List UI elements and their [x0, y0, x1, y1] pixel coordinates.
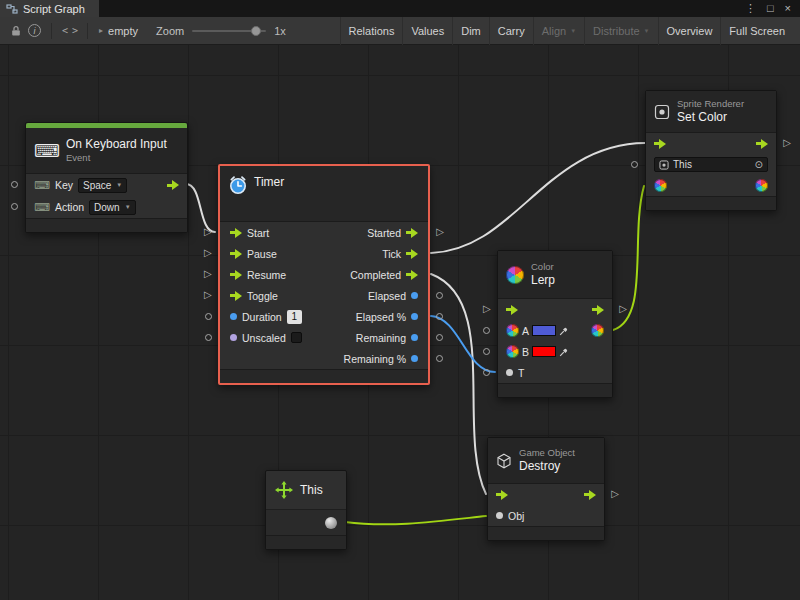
this-object-field[interactable]: This ⊙	[654, 157, 768, 172]
node-subtitle: Event	[66, 152, 167, 163]
node-title: On Keyboard Input	[66, 137, 167, 152]
flow-out-port[interactable]	[584, 490, 596, 500]
flow-out-port[interactable]	[592, 305, 604, 315]
unscaled-outer-port[interactable]	[205, 334, 212, 341]
this-outer-port[interactable]	[631, 161, 638, 168]
node-destroy[interactable]: Game Object Destroy Obj ▷	[487, 437, 605, 541]
color-b-swatch[interactable]	[532, 346, 556, 357]
action-value-port[interactable]	[11, 203, 18, 210]
tick-label: Tick	[382, 248, 401, 260]
tab-script-graph[interactable]: Script Graph	[0, 0, 99, 17]
close-icon[interactable]: ×	[785, 3, 791, 14]
flow-out-outer-port[interactable]: ▷	[783, 138, 791, 148]
color-a-swatch[interactable]	[532, 325, 556, 336]
pause-outer-port[interactable]: ▷	[204, 248, 212, 258]
sprite-renderer-icon	[654, 104, 670, 120]
duration-port[interactable]	[230, 313, 237, 320]
zoom-slider[interactable]	[192, 30, 266, 32]
flow-in-port[interactable]	[230, 270, 242, 280]
this-value: This	[673, 159, 692, 170]
graph-breadcrumb[interactable]: ▸ empty	[99, 25, 138, 37]
node-set-color[interactable]: Sprite Renderer Set Color This ⊙ ▷	[645, 90, 777, 211]
flow-in-port[interactable]	[496, 490, 508, 500]
toggle-outer-port[interactable]: ▷	[204, 290, 212, 300]
obj-port[interactable]	[496, 512, 503, 519]
color-in-port[interactable]	[654, 179, 667, 192]
elapsed-outer-port[interactable]	[436, 292, 443, 299]
flow-in-port[interactable]	[230, 291, 242, 301]
chevron-down-icon: ▼	[125, 204, 131, 210]
toolbar-button-dim[interactable]: Dim	[452, 17, 489, 45]
t-outer-port[interactable]	[483, 369, 490, 376]
duration-label: Duration	[242, 311, 282, 323]
unscaled-checkbox[interactable]	[291, 332, 302, 343]
color-port-icon[interactable]	[506, 345, 519, 358]
color-port-icon[interactable]	[506, 324, 519, 337]
b-outer-port[interactable]	[483, 348, 490, 355]
key-dropdown[interactable]: Space ▼	[78, 178, 127, 193]
duration-outer-port[interactable]	[205, 313, 212, 320]
a-outer-port[interactable]	[483, 327, 490, 334]
lock-icon[interactable]	[10, 25, 22, 37]
flow-out-port[interactable]	[406, 249, 418, 259]
eyedropper-icon[interactable]	[559, 346, 570, 357]
t-port[interactable]	[506, 369, 513, 376]
toolbar-button-align[interactable]: Align▼	[533, 17, 584, 45]
action-dropdown[interactable]: Down ▼	[89, 200, 136, 215]
elapsed-pct-port[interactable]	[411, 313, 418, 320]
lerp-row-t: T	[498, 362, 612, 383]
elapsed-pct-outer-port[interactable]	[436, 313, 443, 320]
key-row: ⌨ Key Space ▼	[26, 174, 187, 196]
color-out-port[interactable]	[755, 179, 768, 192]
remaining-pct-port[interactable]	[411, 355, 418, 362]
flow-in-port[interactable]	[506, 305, 518, 315]
timer-row-toggle: Toggle Elapsed	[220, 285, 428, 306]
setcolor-flow-row	[646, 133, 776, 154]
toolbar-button-fullscreen[interactable]: Full Screen	[720, 17, 793, 45]
flow-out-port[interactable]	[406, 228, 418, 238]
duration-field[interactable]: 1	[287, 310, 302, 324]
unscaled-label: Unscaled	[242, 332, 286, 344]
flow-out-port[interactable]	[406, 270, 418, 280]
start-outer-port[interactable]: ▷	[204, 227, 212, 237]
info-icon[interactable]: i	[28, 24, 41, 37]
eyedropper-icon[interactable]	[559, 325, 570, 336]
timer-row-duration: Duration1 Elapsed %	[220, 306, 428, 327]
toolbar-button-values[interactable]: Values	[402, 17, 452, 45]
unscaled-port[interactable]	[230, 334, 237, 341]
lerp-flow-row	[498, 299, 612, 320]
key-value-port[interactable]	[11, 181, 18, 188]
node-footer	[488, 526, 604, 540]
toolbar-button-overview[interactable]: Overview	[658, 17, 721, 45]
toolbar-button-relations[interactable]: Relations	[340, 17, 403, 45]
flow-out-outer-port[interactable]: ▷	[611, 489, 619, 499]
started-outer-port[interactable]: ▷	[436, 227, 444, 237]
node-header: Timer	[220, 166, 428, 222]
zoom-slider-knob[interactable]	[251, 26, 261, 36]
menu-icon[interactable]: ⋮	[745, 3, 756, 14]
node-color-lerp[interactable]: Color Lerp A B T ▷	[497, 250, 613, 398]
code-view-icon[interactable]: < >	[62, 25, 77, 36]
flow-in-port[interactable]	[654, 139, 666, 149]
resume-outer-port[interactable]: ▷	[204, 269, 212, 279]
remaining-pct-outer-port[interactable]	[436, 355, 443, 362]
node-this[interactable]: This	[265, 470, 347, 550]
flow-in-outer-port[interactable]: ▷	[483, 304, 491, 314]
gameobject-out-port[interactable]	[325, 517, 337, 529]
flow-in-port[interactable]	[230, 249, 242, 259]
flow-out-port[interactable]	[167, 180, 179, 190]
flow-in-port[interactable]	[230, 228, 242, 238]
remaining-outer-port[interactable]	[436, 334, 443, 341]
toolbar-button-distribute[interactable]: Distribute▼	[584, 17, 657, 45]
node-on-keyboard-input[interactable]: ⌨ On Keyboard Input Event ⌨ Key Space ▼ …	[25, 122, 188, 233]
elapsed-port[interactable]	[411, 292, 418, 299]
flow-out-outer-port[interactable]: ▷	[619, 304, 627, 314]
toolbar-button-carry[interactable]: Carry	[489, 17, 533, 45]
maximize-icon[interactable]: □	[767, 3, 774, 14]
color-out-port[interactable]	[591, 324, 604, 337]
graph-toolbar: i < > ▸ empty Zoom 1x Relations Values D…	[0, 17, 800, 45]
remaining-port[interactable]	[411, 334, 418, 341]
node-timer[interactable]: Timer Start Started Pause Tick Resume Co…	[218, 164, 430, 385]
flow-out-port[interactable]	[756, 139, 768, 149]
object-picker-icon[interactable]: ⊙	[755, 159, 763, 170]
